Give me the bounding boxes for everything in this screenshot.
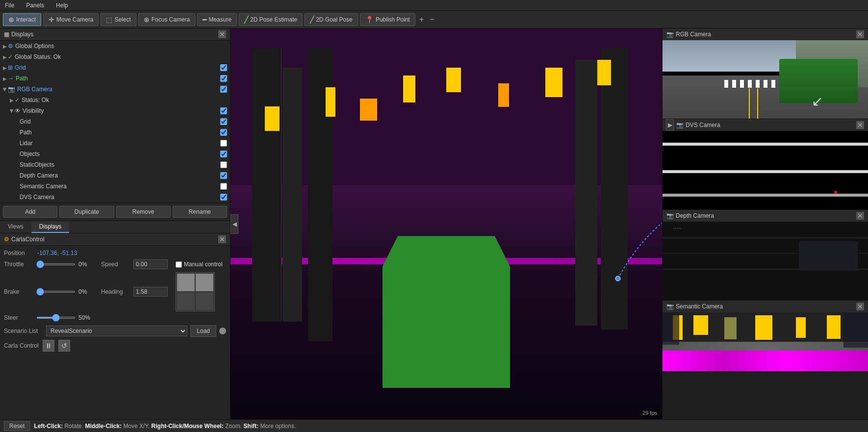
publish-point-button[interactable]: 📍 Publish Point bbox=[360, 13, 415, 26]
select-icon: ⬚ bbox=[106, 16, 112, 24]
sem-yellow-5 bbox=[827, 315, 841, 339]
interact-button[interactable]: ⊕ Interact bbox=[3, 13, 41, 26]
dvs-expand-arrow[interactable]: ▶ bbox=[666, 119, 674, 131]
vis-dvs-camera-label: DVS Camera bbox=[20, 194, 220, 201]
throttle-value: 0% bbox=[78, 261, 93, 268]
rename-display-button[interactable]: Rename bbox=[173, 206, 227, 218]
vis-static-objects-checkbox[interactable] bbox=[220, 161, 227, 168]
rgb-camera-header: 📷 RGB Camera ✕ bbox=[663, 28, 868, 40]
sem-yellow-2 bbox=[693, 315, 708, 335]
right-panel: 📷 RGB Camera ✕ bbox=[662, 28, 868, 419]
viewport-bg: 29 fps bbox=[230, 28, 662, 419]
display-item-vis-depth-camera[interactable]: Depth Camera bbox=[0, 170, 230, 181]
grid-checkbox[interactable] bbox=[220, 64, 227, 71]
pose-estimate-button[interactable]: ╱ 2D Pose Estimate bbox=[239, 13, 303, 26]
measure-button[interactable]: ━ Measure bbox=[197, 13, 237, 26]
display-item-vis-dvs-camera[interactable]: DVS Camera bbox=[0, 192, 230, 203]
display-item-path[interactable]: ▶ → Path bbox=[0, 73, 230, 84]
vis-depth-camera-checkbox[interactable] bbox=[220, 172, 227, 179]
scenario-select[interactable]: RevealScenario bbox=[46, 326, 187, 336]
display-item-status[interactable]: ▶ ✓ Status: Ok bbox=[0, 95, 230, 105]
dvs-camera-panel-icon: 📷 bbox=[676, 122, 684, 128]
vp-building-5 bbox=[575, 60, 597, 326]
carla-panel-title: ⚙ CarlaControl bbox=[4, 236, 44, 243]
semantic-camera-content bbox=[663, 312, 868, 371]
duplicate-display-button[interactable]: Duplicate bbox=[59, 206, 114, 218]
move-camera-button[interactable]: ✛ Move Camera bbox=[43, 13, 99, 26]
display-item-vis-lidar[interactable]: Lidar bbox=[0, 138, 230, 149]
depth-camera-panel-icon: 📷 bbox=[666, 212, 674, 219]
depth-camera-title-label: Depth Camera bbox=[676, 212, 714, 219]
displays-panel-close[interactable]: ✕ bbox=[218, 30, 226, 38]
semantic-camera-close[interactable]: ✕ bbox=[856, 303, 864, 310]
vis-objects-checkbox[interactable] bbox=[220, 151, 227, 157]
tab-views[interactable]: Views bbox=[0, 221, 31, 233]
dvs-camera-close[interactable]: ✕ bbox=[856, 121, 864, 129]
dvs-band-1 bbox=[663, 143, 868, 146]
menu-panels[interactable]: Panels bbox=[24, 2, 46, 9]
speed-label: Speed bbox=[101, 261, 130, 268]
throttle-control: Throttle 0% bbox=[4, 261, 93, 268]
add-display-button[interactable]: Add bbox=[3, 206, 57, 218]
visibility-icon: 👁 bbox=[15, 107, 21, 114]
visibility-checkbox[interactable] bbox=[220, 107, 227, 114]
depth-camera-close[interactable]: ✕ bbox=[856, 212, 864, 220]
grid-icon: ⊞ bbox=[8, 64, 13, 71]
goal-pose-button[interactable]: ╱ 2D Goal Pose bbox=[305, 13, 358, 26]
throttle-slider[interactable] bbox=[36, 263, 76, 265]
interact-label: Interact bbox=[16, 16, 36, 23]
vis-semantic-camera-checkbox[interactable] bbox=[220, 183, 227, 190]
vis-lidar-checkbox[interactable] bbox=[220, 140, 227, 147]
brake-slider[interactable] bbox=[36, 291, 76, 293]
measure-label: Measure bbox=[208, 16, 231, 23]
steering-cell-br bbox=[196, 292, 213, 310]
rgb-camera-title: 📷 RGB Camera bbox=[666, 31, 711, 38]
remove-tool-button[interactable]: − bbox=[428, 15, 436, 24]
vis-dvs-camera-checkbox[interactable] bbox=[220, 194, 227, 201]
heading-input[interactable]: 1.58 bbox=[133, 287, 168, 297]
display-item-rgb-camera[interactable]: ▶ 📷 RGB Camera bbox=[0, 84, 230, 95]
vis-grid-checkbox[interactable] bbox=[220, 118, 227, 125]
display-item-global-options[interactable]: ▶ ⚙ Global Options bbox=[0, 41, 230, 51]
load-button[interactable]: Load bbox=[190, 325, 216, 337]
rgb-arrow: ↙ bbox=[812, 93, 823, 109]
tab-displays[interactable]: Displays bbox=[31, 221, 69, 233]
carla-panel-content: Position -107.36, -51.13 Throttle 0% Spe… bbox=[0, 246, 230, 356]
display-item-visibility[interactable]: ▶ 👁 Visibility bbox=[0, 105, 230, 116]
vis-path-checkbox[interactable] bbox=[220, 129, 227, 136]
scenario-label: Scenario List bbox=[4, 328, 43, 334]
speed-input[interactable]: 0.00 bbox=[133, 259, 168, 269]
menu-help[interactable]: Help bbox=[54, 2, 70, 9]
display-item-vis-path[interactable]: Path bbox=[0, 127, 230, 138]
display-item-vis-objects[interactable]: Objects bbox=[0, 149, 230, 159]
display-item-vis-static-objects[interactable]: StaticObjects bbox=[0, 159, 230, 170]
display-item-vis-semantic-camera[interactable]: Semantic Camera bbox=[0, 181, 230, 192]
reset-button[interactable]: Reset bbox=[4, 421, 30, 431]
rgb-camera-checkbox[interactable] bbox=[220, 86, 227, 93]
select-label: Select bbox=[114, 16, 130, 23]
sem-building-2 bbox=[843, 312, 868, 348]
display-item-vis-grid[interactable]: Grid bbox=[0, 116, 230, 127]
carla-panel-close[interactable]: ✕ bbox=[218, 235, 226, 243]
focus-camera-button[interactable]: ⊕ Focus Camera bbox=[138, 13, 196, 26]
manual-control-checkbox[interactable] bbox=[176, 261, 182, 268]
select-button[interactable]: ⬚ Select bbox=[101, 13, 136, 26]
display-item-global-status[interactable]: ▶ ✓ Global Status: Ok bbox=[0, 51, 230, 62]
steer-slider[interactable] bbox=[36, 317, 76, 319]
remove-display-button[interactable]: Remove bbox=[116, 206, 171, 218]
display-item-grid[interactable]: ▶ ⊞ Grid bbox=[0, 62, 230, 73]
carla-panel: ⚙ CarlaControl ✕ Position -107.36, -51.1… bbox=[0, 233, 230, 419]
center-view[interactable]: 29 fps ◀ bbox=[230, 28, 662, 419]
play-button[interactable]: ↺ bbox=[58, 340, 70, 352]
pause-button[interactable]: ⏸ bbox=[43, 340, 54, 352]
vp-building-4 bbox=[601, 48, 628, 330]
add-tool-button[interactable]: + bbox=[417, 15, 426, 24]
path-checkbox[interactable] bbox=[220, 75, 227, 82]
rgb-camera-label: RGB Camera bbox=[17, 86, 220, 93]
rgb-camera-close[interactable]: ✕ bbox=[856, 30, 864, 38]
speed-control: Speed 0.00 bbox=[101, 259, 168, 269]
sem-yellow-3 bbox=[755, 315, 772, 340]
menu-file[interactable]: File bbox=[3, 2, 16, 9]
collapse-left-button[interactable]: ◀ bbox=[230, 214, 238, 234]
rgb-camera-content: ↙ bbox=[663, 40, 868, 119]
